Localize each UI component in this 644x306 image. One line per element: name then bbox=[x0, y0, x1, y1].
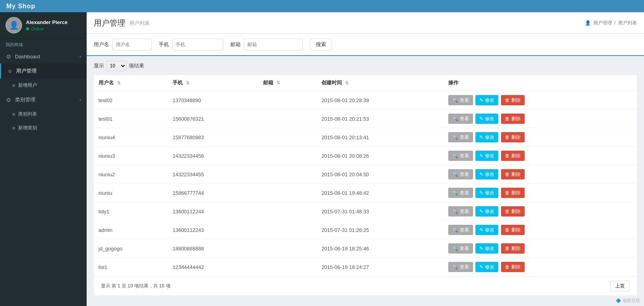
search-icon: 🔍 bbox=[452, 227, 458, 233]
table-row: niuniu2 14322334455 2015-08-01 20:04:50 … bbox=[94, 165, 637, 184]
sidebar-item-add-category[interactable]: 新增类别 bbox=[0, 121, 87, 135]
entries-suffix: 项结果 bbox=[129, 62, 144, 69]
col-header-created: 创建时间 ⇅ bbox=[317, 75, 443, 91]
trash-icon: 🗑 bbox=[505, 172, 510, 177]
sidebar-item-category-management[interactable]: ⊙ 类别管理 ‹ bbox=[0, 92, 87, 107]
delete-button[interactable]: 🗑删除 bbox=[501, 188, 525, 198]
edit-button[interactable]: ✎修改 bbox=[475, 169, 498, 179]
delete-button[interactable]: 🗑删除 bbox=[501, 151, 525, 161]
view-button[interactable]: 🔍查看 bbox=[448, 262, 473, 272]
watermark: 🔷 创新互联 bbox=[616, 298, 640, 304]
online-status-label: Online bbox=[31, 26, 44, 31]
search-icon: 🔍 bbox=[452, 264, 458, 270]
table-row: niuniu4 15877680983 2015-08-01 20:13:41 … bbox=[94, 128, 637, 147]
view-button[interactable]: 🔍查看 bbox=[448, 114, 473, 124]
sidebar-item-category-list[interactable]: 类别列表 bbox=[0, 107, 87, 121]
page-title: 用户管理 bbox=[94, 18, 125, 28]
cell-username: lisi1 bbox=[94, 258, 168, 276]
cell-actions: 🔍查看 ✎修改 🗑删除 bbox=[444, 258, 637, 276]
view-button[interactable]: 🔍查看 bbox=[448, 188, 473, 198]
search-icon: 🔍 bbox=[452, 246, 458, 251]
cell-created: 2015-08-01 20:04:50 bbox=[317, 165, 443, 184]
delete-button[interactable]: 🗑删除 bbox=[501, 169, 525, 179]
col-header-actions: 操作 bbox=[444, 75, 637, 91]
view-button[interactable]: 🔍查看 bbox=[448, 132, 473, 142]
trash-icon: 🗑 bbox=[505, 97, 510, 103]
delete-button[interactable]: 🗑删除 bbox=[501, 206, 525, 216]
delete-button[interactable]: 🗑删除 bbox=[501, 132, 525, 142]
cell-email bbox=[258, 165, 317, 184]
cell-created: 2015-07-31 01:48:33 bbox=[317, 202, 443, 221]
edit-button[interactable]: ✎修改 bbox=[475, 188, 498, 198]
cell-phone: 14322334456 bbox=[168, 147, 258, 165]
search-icon: 🔍 bbox=[452, 134, 458, 140]
delete-button[interactable]: 🗑删除 bbox=[501, 262, 525, 272]
cell-phone: 15600876321 bbox=[168, 110, 258, 128]
chevron-right-icon: ‹ bbox=[80, 54, 81, 59]
sort-icon-email: ⇅ bbox=[277, 80, 280, 85]
dashboard-icon: ⊙ bbox=[6, 53, 12, 60]
cell-created: 2015-06-19 18:24:27 bbox=[317, 258, 443, 276]
delete-button[interactable]: 🗑删除 bbox=[501, 225, 525, 235]
trash-icon: 🗑 bbox=[505, 264, 510, 270]
col-header-email: 邮箱 ⇅ bbox=[258, 75, 317, 91]
table-section: 显示 10 25 50 100 项结果 用户名 ⇅ 手机 ⇅ bbox=[87, 56, 644, 306]
breadcrumb-nav-list: 用户列表 bbox=[618, 20, 637, 26]
cell-phone: 15877680983 bbox=[168, 128, 258, 147]
email-label: 邮箱 bbox=[230, 41, 241, 48]
search-icon: 🔍 bbox=[452, 209, 458, 214]
delete-button[interactable]: 🗑删除 bbox=[501, 95, 525, 105]
search-bar: 用户名 手机 邮箱 搜索 bbox=[87, 34, 644, 56]
view-button[interactable]: 🔍查看 bbox=[448, 225, 473, 235]
search-icon: 🔍 bbox=[452, 116, 458, 121]
edit-button[interactable]: ✎修改 bbox=[475, 114, 498, 124]
cell-created: 2015-08-01 20:08:26 bbox=[317, 147, 443, 165]
app-title: My Shop bbox=[6, 3, 35, 10]
cell-phone: 13600112243 bbox=[168, 221, 258, 239]
sidebar-item-user-management[interactable]: ○ 用户管理 bbox=[0, 63, 87, 78]
pagination-prev-button[interactable]: 上页 bbox=[610, 281, 630, 291]
top-bar: My Shop bbox=[0, 0, 644, 12]
sidebar-item-dashboard[interactable]: ⊙ Dashboard ‹ bbox=[0, 49, 87, 63]
sidebar-item-add-user[interactable]: 新增用户 bbox=[0, 78, 87, 92]
edit-icon: ✎ bbox=[479, 209, 483, 214]
view-button[interactable]: 🔍查看 bbox=[448, 151, 473, 161]
edit-button[interactable]: ✎修改 bbox=[475, 151, 498, 161]
edit-icon: ✎ bbox=[479, 264, 483, 270]
edit-button[interactable]: ✎修改 bbox=[475, 206, 498, 216]
search-button[interactable]: 搜索 bbox=[310, 39, 332, 50]
cell-email bbox=[258, 184, 317, 202]
table-row: jd_gogogo 18800888888 2015-06-19 18:25:4… bbox=[94, 239, 637, 258]
edit-icon: ✎ bbox=[479, 153, 483, 159]
table-row: admin 13600112243 2015-07-31 01:26:25 🔍查… bbox=[94, 221, 637, 239]
content-area: 用户管理 用户列表 👤 用户管理 / 用户列表 用户名 手机 邮箱 bbox=[87, 12, 644, 306]
sub-dot-icon2 bbox=[13, 113, 15, 116]
delete-button[interactable]: 🗑删除 bbox=[501, 243, 525, 254]
edit-button[interactable]: ✎修改 bbox=[475, 262, 498, 272]
cell-email bbox=[258, 128, 317, 147]
table-row: niuniu 15866777744 2015-08-01 19:48:42 🔍… bbox=[94, 184, 637, 202]
cell-created: 2015-08-01 19:48:42 bbox=[317, 184, 443, 202]
edit-icon: ✎ bbox=[479, 246, 483, 251]
search-icon: 🔍 bbox=[452, 172, 458, 177]
search-phone-input[interactable] bbox=[172, 39, 223, 50]
edit-button[interactable]: ✎修改 bbox=[475, 225, 498, 235]
sub-dot-icon bbox=[13, 84, 15, 87]
search-username-input[interactable] bbox=[112, 39, 152, 50]
edit-button[interactable]: ✎修改 bbox=[475, 95, 498, 105]
entries-select[interactable]: 10 25 50 100 bbox=[106, 61, 126, 71]
sidebar-label-add-user: 新增用户 bbox=[18, 82, 37, 89]
view-button[interactable]: 🔍查看 bbox=[448, 206, 473, 216]
cell-created: 2015-08-01 20:28:39 bbox=[317, 91, 443, 110]
view-button[interactable]: 🔍查看 bbox=[448, 95, 473, 105]
edit-button[interactable]: ✎修改 bbox=[475, 132, 498, 142]
username-label: 用户名 bbox=[94, 41, 109, 48]
edit-button[interactable]: ✎修改 bbox=[475, 243, 498, 254]
view-button[interactable]: 🔍查看 bbox=[448, 243, 473, 254]
search-email-input[interactable] bbox=[244, 39, 303, 50]
cell-username: niuniu2 bbox=[94, 165, 168, 184]
cell-actions: 🔍查看 ✎修改 🗑删除 bbox=[444, 202, 637, 221]
view-button[interactable]: 🔍查看 bbox=[448, 169, 473, 179]
delete-button[interactable]: 🗑删除 bbox=[501, 114, 525, 124]
sidebar-label-category-management: 类别管理 bbox=[15, 96, 35, 103]
